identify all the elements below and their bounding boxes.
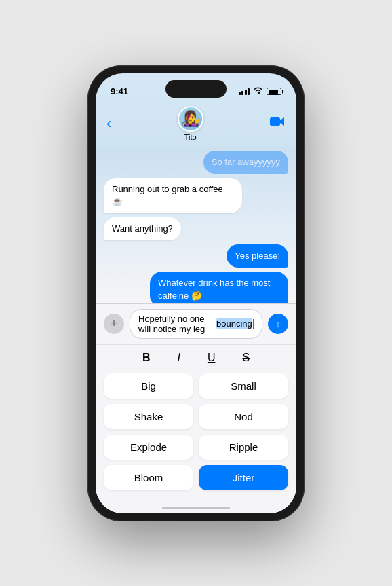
effect-ripple-button[interactable]: Ripple <box>199 435 288 460</box>
message-row: Want anything? <box>104 217 288 240</box>
video-call-button[interactable] <box>269 115 286 131</box>
input-pre-text: Hopefully no one will notice my leg <box>138 314 216 334</box>
strikethrough-button[interactable]: S <box>238 350 254 365</box>
underline-button[interactable]: U <box>203 350 220 365</box>
contact-info: 👩‍🎤 Tito <box>178 106 203 141</box>
effects-grid: Big Small Shake Nod Explode Ripple Bloom… <box>96 369 296 497</box>
text-cursor <box>253 319 254 329</box>
send-icon: ↑ <box>276 318 281 329</box>
italic-button[interactable]: I <box>173 350 184 365</box>
effect-bloom-button[interactable]: Bloom <box>104 465 193 490</box>
home-bar <box>162 507 230 509</box>
plus-icon: + <box>111 316 118 331</box>
message-row: Running out to grab a coffee ☕ <box>104 178 288 213</box>
chat-area: So far awayyyyyy Running out to grab a c… <box>96 147 296 303</box>
back-button[interactable]: ‹ <box>106 115 111 132</box>
dynamic-island <box>165 80 227 98</box>
phone-screen: 9:41 <box>96 73 296 513</box>
message-input[interactable]: Hopefully no one will notice my leg boun… <box>130 309 262 339</box>
add-attachment-button[interactable]: + <box>104 314 124 334</box>
message-bubble: So far awayyyyyy <box>203 151 288 174</box>
back-icon: ‹ <box>106 115 111 132</box>
message-bubble: Whatever drink has the most caffeine 🤔 <box>150 272 288 302</box>
wifi-icon <box>253 87 263 96</box>
effect-small-button[interactable]: Small <box>199 373 288 399</box>
signal-bars-icon <box>239 88 250 95</box>
message-row: Yes please! <box>104 244 288 268</box>
phone-frame: 9:41 <box>87 65 305 521</box>
effect-jitter-button[interactable]: Jitter <box>199 465 288 490</box>
message-bubble: Want anything? <box>104 217 181 240</box>
message-row: So far awayyyyyy <box>104 151 288 174</box>
chat-header: ‹ 👩‍🎤 Tito <box>96 103 296 147</box>
effect-explode-button[interactable]: Explode <box>104 435 193 460</box>
status-time: 9:41 <box>111 86 128 96</box>
message-bubble: Yes please! <box>227 244 288 268</box>
send-button[interactable]: ↑ <box>268 314 288 334</box>
status-icons <box>239 87 282 96</box>
message-row: Whatever drink has the most caffeine 🤔 D… <box>104 272 288 302</box>
input-selected-text: bouncing <box>216 318 252 329</box>
input-container: + Hopefully no one will notice my leg bo… <box>96 303 296 344</box>
bold-button[interactable]: B <box>138 350 155 365</box>
contact-name: Tito <box>184 133 197 141</box>
effect-shake-button[interactable]: Shake <box>104 404 193 429</box>
message-bubble: Running out to grab a coffee ☕ <box>104 178 242 213</box>
home-indicator <box>96 497 296 513</box>
svg-rect-0 <box>270 117 280 126</box>
effect-big-button[interactable]: Big <box>104 373 193 399</box>
avatar: 👩‍🎤 <box>178 106 203 132</box>
effect-nod-button[interactable]: Nod <box>199 404 288 429</box>
format-toolbar: B I U S <box>96 344 296 369</box>
battery-icon <box>267 88 281 95</box>
